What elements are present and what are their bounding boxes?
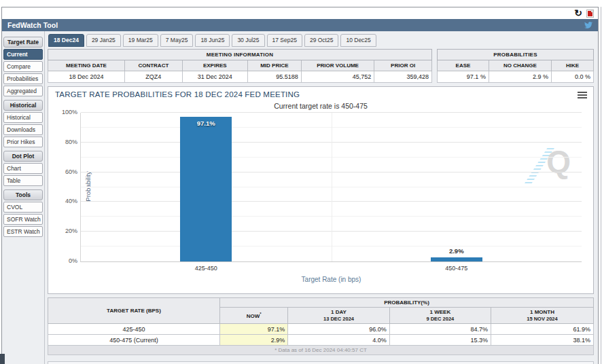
history-value-1: 96.0%	[288, 324, 389, 335]
main-panel: 18 Dec2429 Jan2519 Mar257 May2518 Jun253…	[44, 31, 598, 364]
sidebar-item-aggregated[interactable]: Aggregated	[3, 86, 43, 96]
sidebar-item-chart[interactable]: Chart	[3, 163, 43, 174]
sidebar-item-downloads[interactable]: Downloads	[3, 124, 43, 135]
sidebar-item-probabilities[interactable]: Probabilities	[3, 73, 43, 84]
history-value-3: 61.9%	[491, 324, 594, 335]
target-rate-probability-chart: TARGET RATE PROBABILITIES FOR 18 DEC 202…	[48, 86, 594, 294]
probabilities-table: PROBABILITIES EASENO CHANGEHIKE 97.1 %2.…	[437, 49, 594, 83]
y-tick-0: 0%	[50, 257, 77, 264]
history-row-label: 450-475 (Current)	[48, 335, 220, 346]
probabilities-value-1: 2.9 %	[489, 71, 551, 83]
quikstrike-watermark-logo: Q	[527, 143, 571, 186]
sidebar-item-sofr-watch[interactable]: SOFR Watch	[3, 214, 43, 225]
probabilities-col-0: EASE	[438, 60, 489, 71]
tab-18-jun25[interactable]: 18 Jun25	[195, 34, 230, 47]
bar-value-label: 97.1%	[197, 120, 215, 127]
top-toolbar: ↻	[2, 7, 598, 19]
chart-subtitle: Current target rate is 450-475	[48, 102, 593, 110]
gridline-vertical	[332, 113, 332, 261]
meeting-info-col-4: PRIOR VOLUME	[301, 60, 374, 71]
chart-title: TARGET RATE PROBABILITIES FOR 18 DEC 202…	[55, 90, 300, 98]
bar-value-label: 2.9%	[449, 247, 464, 255]
tab-17-sep25[interactable]: 17 Sep25	[267, 34, 302, 47]
meeting-info-value-5: 359,428	[374, 71, 432, 83]
history-col-1-week: 1 WEEK9 DEC 2024	[389, 308, 491, 324]
sidebar-section-target-rate: Target Rate	[3, 37, 43, 48]
watermark-q-letter: Q	[546, 143, 571, 181]
tab-10-dec25[interactable]: 10 Dec25	[340, 34, 376, 47]
sidebar-item-historical[interactable]: Historical	[3, 112, 43, 123]
tab-30-jul25[interactable]: 30 Jul25	[232, 34, 264, 47]
sidebar-section-dot-plot: Dot Plot	[3, 151, 43, 162]
meeting-info-value-1: ZQZ4	[125, 71, 183, 83]
meeting-info-col-5: PRIOR OI	[374, 60, 432, 71]
probabilities-header-row: EASENO CHANGEHIKE	[438, 60, 594, 71]
meeting-information-value-row: 18 Dec 2024ZQZ431 Dec 202495.518845,7523…	[48, 71, 432, 83]
meeting-info-value-4: 45,752	[301, 71, 374, 83]
meeting-info-col-3: MID PRICE	[247, 60, 301, 71]
sidebar-item-current[interactable]: Current	[3, 49, 43, 60]
y-tick-40: 40%	[50, 198, 77, 204]
fedwatch-widget-frame: ↻ FedWatch Tool Target RateCurrentCompar…	[1, 7, 599, 364]
history-value-2: 84.7%	[389, 324, 491, 335]
y-tick-100: 100%	[50, 109, 77, 115]
sidebar-item-table[interactable]: Table	[3, 175, 43, 186]
sidebar-item-prior-hikes[interactable]: Prior Hikes	[3, 136, 43, 147]
probabilities-col-2: HIKE	[551, 60, 593, 71]
sidebar-item-estr-watch[interactable]: ESTR Watch	[3, 226, 43, 237]
titlebar: FedWatch Tool	[2, 19, 598, 31]
tab-7-may25[interactable]: 7 May25	[160, 34, 194, 47]
pdf-export-icon[interactable]	[586, 10, 594, 18]
meeting-info-col-2: EXPIRES	[182, 60, 247, 71]
bar-425-450	[180, 117, 232, 261]
history-row-425-450: 425-45097.1%96.0%84.7%61.9%	[48, 324, 594, 335]
meeting-date-tabs: 18 Dec2429 Jan2519 Mar257 May2518 Jun253…	[48, 34, 594, 47]
right-edge-line	[601, 7, 601, 364]
meeting-info-col-1: CONTRACT	[125, 60, 183, 71]
tab-29-oct25[interactable]: 29 Oct25	[304, 34, 339, 47]
x-category-450-475: 450-475	[445, 265, 467, 272]
sidebar-section-tools: Tools	[3, 189, 43, 200]
sidebar: Target RateCurrentCompareProbabilitiesAg…	[2, 31, 44, 364]
chart-menu-icon[interactable]	[578, 92, 587, 98]
meeting-information-header-row: MEETING DATECONTRACTEXPIRESMID PRICEPRIO…	[48, 60, 432, 71]
history-col-now: NOW*	[219, 308, 287, 324]
probabilities-title: PROBABILITIES	[438, 50, 594, 60]
meeting-information-title: MEETING INFORMATION	[48, 50, 432, 60]
meeting-info-value-0: 18 Dec 2024	[48, 71, 125, 83]
history-value-0: 97.1%	[219, 324, 287, 335]
data-as-of-note: * Data as of 16 Dec 2024 04:40:57 CT	[48, 346, 594, 355]
history-row-label: 425-450	[48, 324, 220, 335]
history-table-group-row: TARGET RATE (BPS) PROBABILITY(%)	[48, 298, 594, 308]
y-tick-80: 80%	[50, 139, 77, 145]
probability-pct-header: PROBABILITY(%)	[219, 298, 593, 308]
sidebar-item-compare[interactable]: Compare	[3, 61, 43, 72]
content-area: Target RateCurrentCompareProbabilitiesAg…	[2, 31, 598, 364]
twitter-icon[interactable]	[584, 21, 593, 29]
refresh-icon[interactable]: ↻	[574, 9, 582, 18]
history-value-2: 15.3%	[389, 335, 491, 346]
tab-18-dec24[interactable]: 18 Dec24	[48, 34, 84, 47]
sidebar-item-cvol[interactable]: CVOL	[3, 202, 43, 213]
tab-29-jan25[interactable]: 29 Jan25	[86, 34, 121, 47]
y-tick-20: 20%	[50, 228, 77, 234]
history-row-450-475-current: 450-475 (Current)2.9%4.0%15.3%38.1%	[48, 335, 594, 346]
chart-plot-area: Probability Q Target Rate (in bps) 0%20%…	[80, 113, 582, 262]
info-row: MEETING INFORMATION MEETING DATECONTRACT…	[48, 49, 594, 83]
meeting-info-value-3: 95.5188	[247, 71, 301, 83]
probability-history-table: TARGET RATE (BPS) PROBABILITY(%) NOW*1 D…	[48, 297, 594, 355]
window-corner-fragment	[0, 354, 5, 364]
x-category-425-450: 425-450	[195, 265, 217, 272]
probabilities-value-2: 0.0 %	[551, 71, 593, 83]
probabilities-value-row: 97.1 %2.9 %0.0 %	[438, 71, 594, 83]
meeting-information-table: MEETING INFORMATION MEETING DATECONTRACT…	[48, 49, 432, 83]
tab-19-mar25[interactable]: 19 Mar25	[123, 34, 158, 47]
target-rate-bps-header: TARGET RATE (BPS)	[48, 298, 220, 324]
meeting-info-value-2: 31 Dec 2024	[182, 71, 247, 83]
history-value-0: 2.9%	[219, 335, 287, 346]
bar-450-475	[431, 257, 482, 261]
app-title: FedWatch Tool	[7, 21, 58, 29]
probabilities-col-1: NO CHANGE	[489, 60, 551, 71]
history-value-1: 4.0%	[288, 335, 389, 346]
sidebar-section-historical: Historical	[3, 100, 43, 111]
